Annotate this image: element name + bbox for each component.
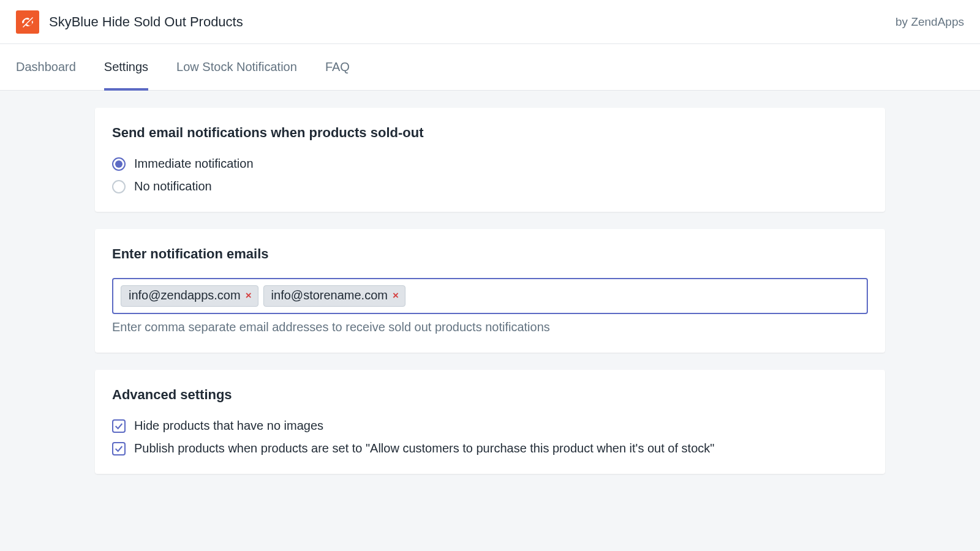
card-notification-emails: Enter notification emails info@zendapps.… — [95, 229, 885, 353]
tab-settings[interactable]: Settings — [104, 44, 148, 90]
app-title: SkyBlue Hide Sold Out Products — [49, 14, 895, 30]
content-area: Send email notifications when products s… — [0, 91, 980, 474]
card-title: Enter notification emails — [112, 246, 868, 262]
tabs-nav: Dashboard Settings Low Stock Notificatio… — [0, 44, 980, 91]
remove-tag-icon[interactable]: × — [246, 290, 252, 301]
checkbox-publish-allow-oos[interactable]: Publish products when products are set t… — [112, 441, 868, 455]
checkbox-icon — [112, 442, 126, 455]
email-tag-text: info@zendapps.com — [129, 288, 241, 302]
email-tag: info@storename.com × — [263, 285, 405, 307]
radio-label: Immediate notification — [134, 157, 254, 171]
tab-low-stock-notification[interactable]: Low Stock Notification — [176, 44, 297, 90]
checkbox-label: Publish products when products are set t… — [134, 441, 714, 455]
app-icon — [16, 10, 39, 34]
checkbox-icon — [112, 419, 126, 433]
radio-label: No notification — [134, 179, 212, 193]
card-title: Advanced settings — [112, 387, 868, 403]
card-title: Send email notifications when products s… — [112, 125, 868, 141]
topbar: SkyBlue Hide Sold Out Products by ZendAp… — [0, 0, 980, 44]
tab-dashboard[interactable]: Dashboard — [16, 44, 76, 90]
remove-tag-icon[interactable]: × — [393, 290, 399, 301]
radio-icon — [112, 180, 126, 193]
byline: by ZendApps — [895, 15, 964, 29]
checkbox-hide-no-images[interactable]: Hide products that have no images — [112, 419, 868, 433]
email-tag: info@zendapps.com × — [121, 285, 258, 307]
card-email-notifications: Send email notifications when products s… — [95, 108, 885, 212]
radio-icon — [112, 157, 126, 171]
tab-faq[interactable]: FAQ — [325, 44, 350, 90]
email-helptext: Enter comma separate email addresses to … — [112, 320, 868, 334]
card-advanced-settings: Advanced settings Hide products that hav… — [95, 370, 885, 474]
email-tag-input[interactable]: info@zendapps.com × info@storename.com × — [112, 278, 868, 314]
radio-no-notification[interactable]: No notification — [112, 179, 868, 193]
email-tag-text: info@storename.com — [271, 288, 388, 302]
checkbox-label: Hide products that have no images — [134, 419, 323, 433]
radio-immediate-notification[interactable]: Immediate notification — [112, 157, 868, 171]
